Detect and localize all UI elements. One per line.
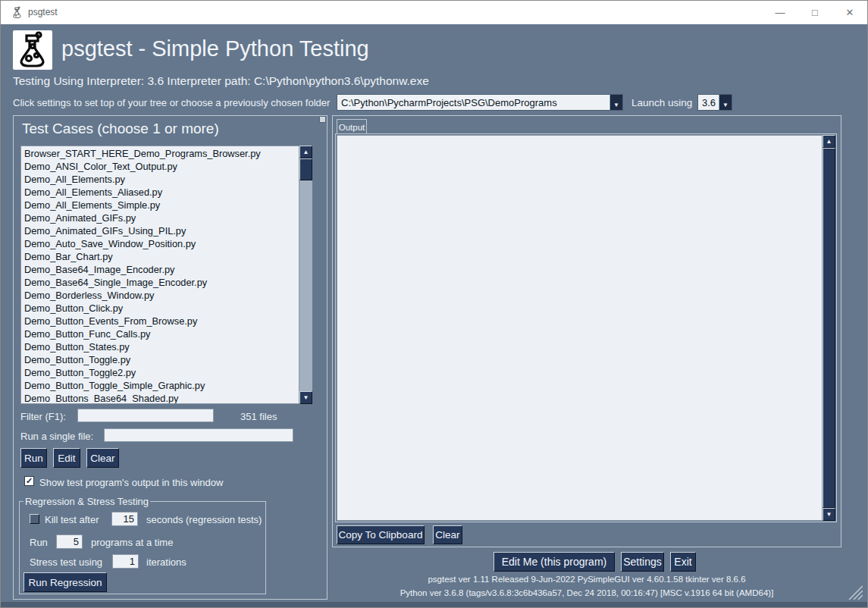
single-file-label: Run a single file:: [20, 431, 93, 442]
list-item[interactable]: Demo_Button_Toggle.py: [21, 353, 299, 366]
single-file-input[interactable]: [104, 428, 293, 442]
interpreter-info: Testing Using Interpreter: 3.6 Interpret…: [13, 74, 429, 88]
close-button[interactable]: ✕: [832, 1, 867, 24]
pane-sash-handle[interactable]: [319, 116, 326, 123]
window-title: psgtest: [28, 7, 58, 17]
settings-hint-label: Click settings to set top of your tree o…: [13, 97, 330, 108]
list-item[interactable]: Demo_Animated_GIFs.py: [21, 212, 299, 224]
filter-input[interactable]: [77, 409, 214, 422]
app-logo-box: [13, 30, 52, 70]
title-bar[interactable]: psgtest — □ ✕: [1, 1, 867, 24]
kill-test-checkbox[interactable]: [30, 514, 39, 524]
list-item[interactable]: Demo_Borderless_Window.py: [21, 289, 299, 302]
run-count-label: Run: [30, 537, 48, 548]
run-count-suffix-label: programs at a time: [91, 537, 173, 548]
launch-combo-value: 3.6: [698, 97, 719, 108]
scroll-up-icon[interactable]: ▲: [299, 146, 312, 158]
list-item[interactable]: Demo_Button_Func_Calls.py: [21, 328, 299, 340]
list-item[interactable]: Demo_Button_Toggle2.py: [21, 366, 299, 379]
list-item[interactable]: Browser_START_HERE_Demo_Programs_Browser…: [21, 147, 299, 160]
launch-using-label: Launch using: [631, 97, 692, 108]
programs-at-a-time-input[interactable]: [56, 534, 83, 549]
settings-button[interactable]: Settings: [621, 552, 664, 572]
flask-icon: [13, 30, 52, 70]
test-cases-listbox[interactable]: Browser_START_HERE_Demo_Programs_Browser…: [20, 146, 299, 404]
version-line-2: Python ver 3.6.8 (tags/v3.6.8:3c6b436a57…: [332, 588, 841, 597]
show-output-checkbox[interactable]: ✓: [24, 476, 34, 486]
list-item[interactable]: Demo_ANSI_Color_Text_Output.py: [21, 160, 299, 173]
filter-label: Filter (F1):: [20, 411, 66, 422]
folder-combo[interactable]: C:\Python\PycharmProjects\PSG\DemoProgra…: [337, 94, 623, 111]
list-item[interactable]: Demo_Base64_Single_Image_Encoder.py: [21, 276, 299, 289]
list-item[interactable]: Demo_All_Elements_Simple.py: [21, 199, 299, 212]
stress-suffix-label: iterations: [146, 556, 186, 568]
file-count-label: 351 files: [240, 411, 277, 422]
scrollbar-thumb[interactable]: [823, 148, 835, 508]
list-item[interactable]: Demo_Buttons_Base64_Shaded.py: [21, 392, 299, 404]
kill-test-suffix-label: seconds (regression tests): [146, 514, 262, 525]
list-item[interactable]: Demo_Button_Events_From_Browse.py: [21, 315, 299, 328]
list-item[interactable]: Demo_Base64_Image_Encoder.py: [21, 263, 299, 276]
window-bottom-border: [1, 602, 867, 608]
scrollbar-thumb[interactable]: [299, 158, 312, 180]
scroll-down-icon[interactable]: ▼: [299, 391, 312, 404]
version-line-1: psgtest ver 1.11 Released 9-Jun-2022 PyS…: [332, 575, 841, 584]
folder-combo-value: C:\Python\PycharmProjects\PSG\DemoProgra…: [337, 97, 609, 108]
list-item[interactable]: Demo_Button_Toggle_Simple_Graphic.py: [21, 379, 299, 392]
list-item[interactable]: Demo_Button_Click.py: [21, 302, 299, 315]
iterations-input[interactable]: [112, 554, 139, 569]
list-item[interactable]: Demo_Animated_GIFs_Using_PIL.py: [21, 224, 299, 237]
exit-button[interactable]: Exit: [670, 552, 696, 572]
scroll-down-icon[interactable]: ▼: [823, 508, 835, 521]
edit-button[interactable]: Edit: [53, 448, 80, 468]
edit-me-button[interactable]: Edit Me (this program): [494, 552, 615, 572]
output-textarea[interactable]: [337, 135, 823, 521]
output-clear-button[interactable]: Clear: [433, 525, 462, 544]
maximize-button[interactable]: □: [797, 1, 832, 24]
flask-icon: [11, 6, 24, 19]
test-cases-title: Test Cases (choose 1 or more): [22, 121, 219, 137]
listbox-scrollbar[interactable]: ▲ ▼: [299, 146, 312, 404]
tab-output[interactable]: Output: [337, 119, 367, 134]
scroll-up-icon[interactable]: ▲: [823, 135, 835, 148]
clear-button[interactable]: Clear: [86, 448, 119, 468]
output-scrollbar[interactable]: ▲ ▼: [823, 135, 835, 521]
chevron-down-icon[interactable]: ▼: [719, 95, 732, 110]
resize-grip-icon[interactable]: [846, 584, 863, 600]
kill-seconds-input[interactable]: [111, 512, 138, 526]
launch-version-combo[interactable]: 3.6 ▼: [697, 94, 732, 111]
app-window: psgtest — □ ✕ psgtest - Simple Python Te…: [0, 0, 868, 608]
list-item[interactable]: Demo_Button_States.py: [21, 340, 299, 353]
run-button[interactable]: Run: [20, 448, 47, 468]
run-regression-button[interactable]: Run Regression: [24, 572, 107, 592]
show-output-label: Show test program's output in this windo…: [39, 477, 223, 488]
stress-test-label: Stress test using: [30, 556, 102, 568]
chevron-down-icon[interactable]: ▼: [609, 95, 622, 110]
minimize-button[interactable]: —: [763, 1, 797, 24]
list-item[interactable]: Demo_Auto_Save_Window_Position.py: [21, 237, 299, 250]
list-item[interactable]: Demo_Bar_Chart.py: [21, 250, 299, 263]
page-title: psgtest - Simple Python Testing: [61, 36, 369, 61]
kill-test-label: Kill test after: [45, 514, 99, 525]
regression-frame-title: Regression & Stress Testing: [24, 496, 150, 507]
list-item[interactable]: Demo_All_Elements.py: [21, 173, 299, 186]
copy-to-clipboard-button[interactable]: Copy To Clipboard: [337, 525, 425, 544]
list-item[interactable]: Demo_All_Elements_Aliased.py: [21, 186, 299, 199]
